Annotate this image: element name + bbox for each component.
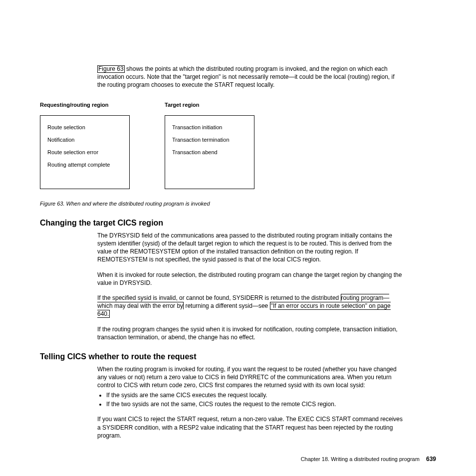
right-box: Transaction initiation Transaction termi… (165, 115, 254, 189)
right-column-header: Target region (165, 101, 254, 109)
bullet-list: If the sysids are the same CICS executes… (97, 391, 404, 408)
footer-page-number: 639 (426, 456, 436, 463)
right-item: Transaction initiation (172, 124, 247, 131)
list-item: If the sysids are the same CICS executes… (106, 391, 404, 399)
document-page: Figure 63 shows the points at which the … (0, 0, 476, 476)
right-item: Transaction termination (172, 136, 247, 144)
intro-paragraph: Figure 63 shows the points at which the … (97, 65, 404, 89)
left-column-header: Requesting/routing region (40, 101, 165, 109)
section1-p4: If the routing program changes the sysid… (97, 325, 404, 341)
figure-caption: Figure 63. When and where the distribute… (40, 200, 436, 208)
section2-p2: If you want CICS to reject the START req… (97, 415, 404, 440)
section-heading-1: Changing the target CICS region (40, 218, 436, 229)
section2-p1: When the routing program is invoked for … (97, 365, 404, 390)
left-item: Route selection (47, 124, 122, 131)
diagram-right-column: Target region Transaction initiation Tra… (165, 101, 254, 190)
figure-link[interactable]: Figure 63 (97, 65, 125, 73)
right-item: Transaction abend (172, 149, 247, 156)
footer-chapter: Chapter 18. Writing a distributed routin… (301, 456, 420, 462)
p3-text-c: returning a different sysid—see (184, 302, 270, 309)
section1-p2: When it is invoked for route selection, … (97, 271, 404, 287)
p3-text-a: If the specified sysid is invalid, or ca… (97, 294, 341, 301)
section-heading-2: Telling CICS whether to route the reques… (40, 351, 436, 362)
intro-text: shows the points at which the distribute… (97, 65, 395, 88)
left-box: Route selection Notification Route selec… (40, 115, 130, 189)
page-footer: Chapter 18. Writing a distributed routin… (301, 455, 436, 463)
figure-diagram: Requesting/routing region Route selectio… (40, 101, 436, 190)
left-item: Routing attempt complete (47, 161, 122, 169)
left-item: Route selection error (47, 149, 122, 156)
left-item: Notification (47, 136, 122, 144)
section1-p3: If the specified sysid is invalid, or ca… (97, 294, 404, 318)
list-item: If the two sysids are not the same, CICS… (106, 400, 404, 408)
section1-p1: The DYRSYSID field of the communications… (97, 232, 404, 264)
diagram-left-column: Requesting/routing region Route selectio… (40, 101, 165, 190)
